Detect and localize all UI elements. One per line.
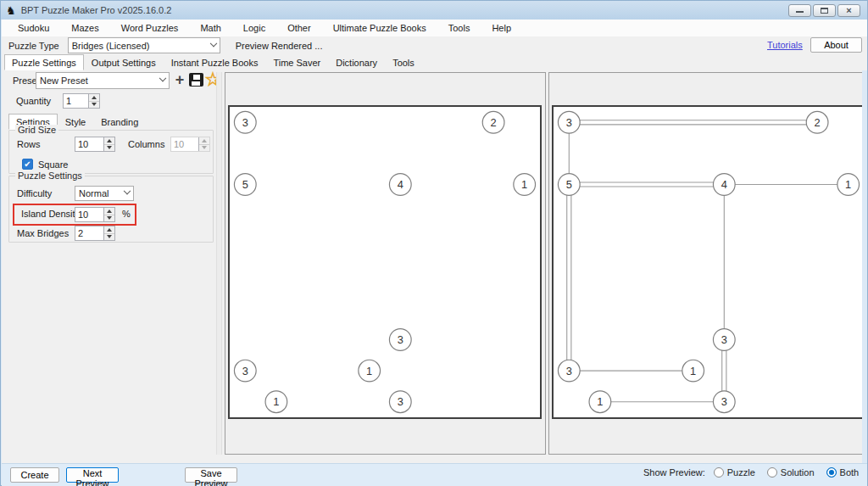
island-value: 1: [690, 365, 696, 377]
max-bridges-stepper[interactable]: 2: [75, 226, 115, 241]
max-bridges-label: Max Bridges: [17, 228, 69, 238]
radio-puzzle[interactable]: Puzzle: [714, 467, 755, 478]
difficulty-value: Normal: [79, 188, 108, 198]
bridges-puzzle: 3254133113: [230, 107, 540, 417]
maximize-button[interactable]: [813, 4, 836, 17]
menu-item[interactable]: Help: [481, 20, 522, 36]
inner-tab[interactable]: Branding: [93, 114, 146, 130]
show-preview-label: Show Preview:: [643, 467, 705, 478]
rows-label: Rows: [17, 139, 41, 149]
next-preview-button[interactable]: Next Preview: [66, 467, 119, 483]
radio-icon: [826, 467, 837, 478]
menu-item[interactable]: Sudoku: [7, 20, 60, 36]
save-preview-button[interactable]: Save Preview: [185, 467, 237, 483]
island-value: 4: [398, 178, 403, 191]
spin-down-button[interactable]: [104, 233, 114, 241]
close-button[interactable]: ×: [837, 4, 860, 17]
spinner: [198, 137, 209, 151]
square-checkbox[interactable]: ✔: [22, 159, 33, 170]
columns-stepper: 10: [170, 137, 210, 152]
tutorials-link[interactable]: Tutorials: [767, 40, 803, 50]
main-tab[interactable]: Dictionary: [328, 54, 385, 70]
radio-both[interactable]: Both: [826, 467, 860, 478]
island-value: 1: [597, 395, 603, 408]
difficulty-select[interactable]: Normal: [75, 186, 134, 201]
puzzle-preview-image: 3254133113: [228, 105, 542, 419]
island-value: 1: [273, 395, 279, 408]
island-value: 3: [721, 333, 727, 346]
spin-up-button[interactable]: [104, 137, 114, 144]
show-preview-group: Show Preview: Puzzle Solution Both: [643, 467, 865, 478]
puzzle-type-value: Bridges (Licensed): [72, 41, 150, 51]
quantity-stepper[interactable]: 1: [63, 93, 100, 109]
quantity-label: Quantity: [16, 96, 51, 106]
main-tab[interactable]: Time Saver: [265, 54, 328, 70]
square-label: Square: [38, 159, 68, 170]
preset-select[interactable]: New Preset: [36, 72, 170, 89]
puzzle-settings-title: Puzzle Settings: [15, 170, 85, 181]
puzzle-type-bar: Puzzle Type Bridges (Licensed) Preview R…: [2, 36, 867, 54]
island-value: 4: [721, 178, 727, 191]
save-preset-button[interactable]: [189, 73, 203, 87]
chevron-down-icon: [209, 39, 216, 46]
rows-stepper[interactable]: 10: [75, 137, 115, 152]
island-density-unit: %: [122, 209, 131, 219]
create-button[interactable]: Create: [10, 467, 59, 483]
island-value: 1: [845, 178, 851, 191]
island-value: 3: [242, 116, 248, 129]
window-title: BPT Puzzle Maker Pro v2025.16.0.2: [21, 5, 172, 15]
arrow-down-icon: [92, 103, 97, 106]
maximize-icon: [821, 8, 828, 14]
island-value: 3: [242, 365, 248, 377]
menu-item[interactable]: Mazes: [60, 20, 109, 36]
puzzle-settings-group: Puzzle Settings Difficulty Normal Island…: [8, 176, 214, 243]
spin-down-button[interactable]: [89, 101, 99, 109]
main-tab[interactable]: Tools: [385, 54, 422, 70]
about-button[interactable]: About: [810, 37, 862, 53]
app-window: ♞ BPT Puzzle Maker Pro v2025.16.0.2 × Su…: [0, 0, 868, 486]
island-value: 5: [242, 178, 248, 191]
add-preset-button[interactable]: +: [172, 72, 187, 87]
preview-status: Preview Rendered ...: [236, 41, 323, 51]
spin-up-button[interactable]: [89, 94, 99, 101]
puzzle-type-label: Puzzle Type: [8, 41, 59, 51]
spinner: [103, 137, 114, 151]
bridges-solution: 3254133113: [554, 107, 864, 417]
checkmark-icon: ✔: [24, 159, 31, 169]
menu-item[interactable]: Logic: [232, 20, 276, 36]
inner-tab[interactable]: Style: [58, 114, 93, 130]
spin-down-button[interactable]: [104, 215, 114, 222]
island-density-stepper[interactable]: 10: [75, 207, 115, 222]
island-value: 2: [815, 116, 821, 129]
spin-up-button[interactable]: [104, 208, 114, 215]
difficulty-label: Difficulty: [17, 188, 52, 198]
minimize-icon: [796, 11, 804, 13]
island-value: 3: [721, 395, 727, 408]
main-tab[interactable]: Output Settings: [84, 54, 164, 70]
radio-solution[interactable]: Solution: [767, 467, 815, 478]
main-tab[interactable]: Puzzle Settings: [4, 54, 84, 70]
spinner: [103, 226, 114, 240]
chevron-down-icon: [124, 187, 131, 194]
menu-item[interactable]: Tools: [437, 20, 481, 36]
panel-splitter[interactable]: [216, 72, 222, 455]
menu-item[interactable]: Math: [189, 20, 231, 36]
spin-up-button[interactable]: [104, 226, 114, 233]
menu-item[interactable]: Word Puzzles: [110, 20, 190, 36]
radio-solution-label: Solution: [781, 467, 815, 478]
radio-both-label: Both: [840, 467, 860, 478]
radio-puzzle-label: Puzzle: [727, 467, 755, 478]
island-density-label: Island Density: [21, 209, 80, 219]
solution-preview-panel: 3254133113: [548, 72, 864, 455]
minimize-button[interactable]: [788, 4, 811, 17]
arrow-up-icon: [107, 228, 112, 232]
app-icon: ♞: [6, 5, 16, 16]
menu-item[interactable]: Other: [276, 20, 322, 36]
content-area: Preset New Preset + ☆ Quantity 1 Setting…: [2, 70, 867, 463]
island-density-value: 10: [75, 208, 103, 221]
menu-item[interactable]: Ultimate Puzzle Books: [322, 20, 437, 36]
window-controls: ×: [788, 4, 862, 17]
puzzle-type-select[interactable]: Bridges (Licensed): [68, 37, 220, 53]
spin-down-button[interactable]: [104, 144, 114, 152]
columns-label: Columns: [128, 139, 164, 149]
